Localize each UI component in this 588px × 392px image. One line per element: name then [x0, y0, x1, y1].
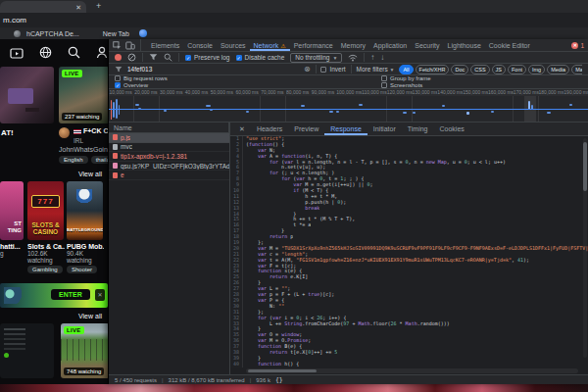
devtools-tab[interactable]: Lighthouse⚠: [444, 39, 485, 51]
vertical-scrollbar[interactable]: [583, 138, 587, 358]
enter-button[interactable]: ENTER: [51, 289, 90, 300]
filter-pill[interactable]: Doc: [451, 65, 468, 74]
filter-pill[interactable]: CSS: [470, 65, 489, 74]
stream-title[interactable]: F+CK CANC: [74, 127, 111, 134]
throttling-select[interactable]: No throttling▼: [290, 53, 342, 63]
bookmark-favicon-blue[interactable]: [139, 29, 147, 37]
request-row[interactable]: mvc: [109, 143, 229, 153]
overview-activity-mark: [466, 112, 469, 115]
detail-tab[interactable]: Cookies: [434, 122, 470, 135]
stream-thumbnail-irl[interactable]: LIVE 237 watching: [59, 67, 110, 123]
filter-pill[interactable]: Font: [508, 65, 526, 74]
filter-input[interactable]: 14fef013: [127, 66, 299, 73]
import-har-icon[interactable]: ↑: [370, 54, 374, 62]
ad-banner[interactable]: ENTER ✕: [0, 283, 108, 308]
avatar[interactable]: [59, 127, 70, 138]
tab-close-icon[interactable]: ✕: [75, 4, 81, 11]
scrollbar-thumb[interactable]: [248, 369, 317, 372]
clear-icon[interactable]: [127, 53, 136, 62]
thailand-flag-icon: [74, 129, 81, 134]
option-checkbox[interactable]: Big request rows: [115, 75, 381, 81]
browser-tab[interactable]: ✕: [0, 1, 86, 13]
stream-category[interactable]: IRL: [74, 137, 83, 144]
bookmark-hcaptcha[interactable]: hCAPTCHA De...: [26, 30, 79, 37]
request-row[interactable]: e: [109, 171, 229, 180]
devtools-tab-bar: Elements⚠Console⚠Sources⚠Network⚠Perform…: [109, 39, 588, 52]
devtools-tab[interactable]: Security⚠: [411, 39, 443, 51]
category-card-slots[interactable]: 777 SLOTS &CASINO: [27, 181, 64, 240]
devtools-tab[interactable]: Performance⚠: [290, 39, 337, 51]
category-name-slots[interactable]: Slots & Ca...: [27, 243, 65, 250]
stream-channel[interactable]: JohnWhatsGoing: [59, 146, 110, 153]
overview-activity-mark: [113, 102, 115, 118]
browse-icon[interactable]: [39, 46, 52, 59]
devtools-tab[interactable]: Cookie Editor⚠: [485, 39, 534, 51]
filter-pill[interactable]: Img: [528, 65, 545, 74]
category-tag-gambling[interactable]: Gambling: [27, 266, 63, 273]
view-all-link[interactable]: View all: [0, 171, 108, 177]
horizontal-scrollbar[interactable]: [246, 368, 578, 373]
stream-thumbnail-screenshare[interactable]: [0, 323, 54, 378]
detail-tab[interactable]: Timing: [402, 122, 434, 135]
close-icon[interactable]: ✕: [234, 125, 250, 133]
stream-tag[interactable]: English: [59, 156, 88, 164]
detail-tab[interactable]: Headers: [251, 122, 288, 135]
category-tag-shooter[interactable]: Shooter: [67, 266, 97, 273]
network-overview[interactable]: 10,000 ms20,000 ms30,000 ms40,000 ms50,0…: [109, 89, 588, 122]
response-code[interactable]: 1"use strict";2(function() {3 var N;4 va…: [230, 136, 588, 368]
video-icon[interactable]: [10, 47, 24, 59]
scrollbar-thumb[interactable]: [583, 142, 587, 191]
more-filters-dropdown[interactable]: More filters ▼: [357, 66, 395, 73]
address-bar[interactable]: m.com: [0, 13, 588, 27]
request-row[interactable]: tip1x-apxdb-v=j-1.2.381: [109, 152, 229, 162]
detail-tab[interactable]: Initiator: [368, 122, 402, 135]
profile-icon[interactable]: [96, 46, 108, 59]
filter-pill[interactable]: JS: [492, 65, 506, 74]
filter-icon[interactable]: [149, 53, 158, 62]
new-tab-icon[interactable]: +: [96, 2, 101, 11]
request-row[interactable]: qsu.js?KP_UIDz=OFFjkO3yBty3rYTAdaZwhHjCC…: [109, 162, 229, 172]
view-all-link-2[interactable]: View all: [0, 313, 108, 319]
detail-tab[interactable]: Response: [324, 122, 368, 135]
export-har-icon[interactable]: ↓: [380, 54, 384, 62]
devtools-tab[interactable]: Memory⚠: [337, 39, 369, 51]
filter-pill[interactable]: Media: [547, 65, 569, 74]
search-icon[interactable]: [68, 46, 80, 59]
option-checkbox[interactable]: Group by frame: [381, 75, 582, 81]
category-name-pubg[interactable]: PUBG Mob..: [67, 243, 104, 250]
category-card-just-chatting[interactable]: STTING: [0, 181, 24, 240]
devtools-tab[interactable]: Sources⚠: [217, 39, 250, 51]
name-column-header[interactable]: Name: [109, 122, 229, 133]
devtools-tab[interactable]: Application⚠: [369, 39, 411, 51]
option-checkbox[interactable]: Overview: [115, 82, 381, 88]
error-badge[interactable]: ✕ 1: [571, 42, 584, 49]
ad-info-icon[interactable]: ✕: [95, 289, 105, 301]
format-icon[interactable]: {}: [275, 376, 283, 384]
filter-pill[interactable]: Fetch/XHR: [416, 65, 450, 74]
stream-thumbnail-baseball[interactable]: LIVE 748 watching: [61, 323, 110, 378]
filter-pill[interactable]: Manifest: [571, 65, 582, 74]
disable-cache-checkbox[interactable]: Disable cache: [236, 54, 285, 61]
stream-thumbnail-partial[interactable]: [0, 67, 54, 123]
invert-checkbox[interactable]: Invert: [320, 66, 345, 73]
category-card-pubg[interactable]: BATTLEGROUNDS: [67, 181, 103, 240]
filter-pill[interactable]: All: [399, 65, 413, 74]
inspect-icon[interactable]: [113, 41, 122, 50]
detail-tab[interactable]: Preview: [288, 122, 324, 135]
category-name-partial[interactable]: hatti...: [0, 243, 24, 250]
bookmark-new-tab[interactable]: New Tab: [103, 30, 129, 37]
network-conditions-icon[interactable]: [348, 54, 358, 62]
devtools-tab[interactable]: Network⚠: [250, 39, 290, 51]
overview-activity-mark: [442, 105, 445, 107]
device-toolbar-icon[interactable]: [125, 41, 135, 50]
clear-filter-icon[interactable]: ⊗: [304, 66, 311, 74]
live-badge: LIVE: [64, 326, 84, 334]
record-icon[interactable]: [115, 54, 122, 61]
devtools-tab[interactable]: Elements⚠: [147, 39, 183, 51]
request-row[interactable]: p.js: [109, 133, 229, 143]
preserve-log-checkbox[interactable]: Preserve log: [185, 54, 230, 61]
devtools-tab[interactable]: Console⚠: [183, 39, 217, 51]
overview-graph[interactable]: [109, 96, 588, 122]
option-checkbox[interactable]: Screenshots: [381, 82, 582, 88]
search-icon[interactable]: [164, 53, 172, 62]
